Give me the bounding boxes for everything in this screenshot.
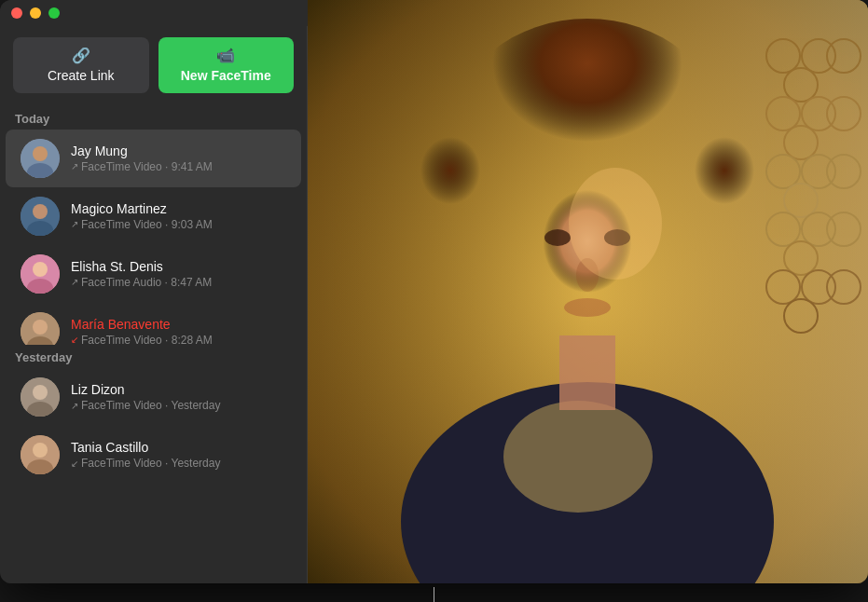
call-detail-tania: ↙ FaceTime Video · Yesterday: [71, 457, 286, 470]
incoming-arrow-tania: ↙: [71, 458, 78, 469]
svg-point-46: [544, 229, 571, 246]
minimize-button[interactable]: [30, 7, 41, 19]
svg-point-1: [33, 146, 48, 161]
outgoing-arrow-magico: ↗: [71, 219, 78, 229]
avatar-image-maria: [21, 312, 60, 345]
title-bar: [0, 0, 308, 26]
call-name-tania: Tania Castillo: [71, 440, 286, 455]
avatar-jay-mung: [21, 139, 60, 178]
svg-point-7: [33, 262, 48, 277]
close-button[interactable]: [11, 7, 22, 19]
yesterday-section-label: Yesterday: [0, 345, 307, 368]
svg-point-16: [33, 443, 48, 458]
avatar-image-jay: [21, 139, 60, 178]
call-detail-jay-mung: ↗ FaceTime Video · 9:41 AM: [71, 160, 286, 173]
create-link-label: Create Link: [48, 68, 115, 84]
today-section-label: Today: [0, 106, 307, 130]
photo-svg: [308, 0, 868, 583]
link-icon: 🔗: [72, 47, 90, 64]
video-icon: 📹: [216, 47, 235, 64]
call-name-jay-mung: Jay Mung: [71, 144, 286, 158]
avatar-liz-dizon: [21, 377, 60, 417]
maximize-button[interactable]: [48, 7, 60, 19]
yesterday-call-list: Liz Dizon ↗ FaceTime Video · Yesterday: [0, 368, 307, 583]
new-facetime-label: New FaceTime: [181, 68, 271, 84]
call-info-maria: María Benavente ↙ FaceTime Video · 8:28 …: [71, 317, 286, 345]
outgoing-arrow-elisha: ↗: [71, 277, 78, 287]
svg-point-4: [33, 204, 48, 219]
toolbar: 🔗 Create Link 📹 New FaceTime: [0, 26, 307, 106]
sidebar: 🔗 Create Link 📹 New FaceTime Today: [0, 0, 308, 583]
call-item-jay-mung[interactable]: Jay Mung ↗ FaceTime Video · 9:41 AM: [6, 130, 301, 187]
svg-point-51: [569, 168, 662, 280]
main-window: 🔗 Create Link 📹 New FaceTime Today: [0, 0, 868, 583]
avatar-magico-martinez: [21, 197, 60, 236]
call-detail-elisha: ↗ FaceTime Audio · 8:47 AM: [71, 276, 286, 289]
today-call-list: Jay Mung ↗ FaceTime Video · 9:41 AM: [0, 130, 307, 345]
avatar-maria-benavente: [21, 312, 60, 345]
call-info-jay-mung: Jay Mung ↗ FaceTime Video · 9:41 AM: [71, 144, 286, 173]
svg-point-49: [503, 401, 653, 513]
call-item-tania-castillo[interactable]: Tania Castillo ↙ FaceTime Video · Yester…: [6, 426, 301, 484]
call-detail-liz: ↗ FaceTime Video · Yesterday: [71, 399, 286, 412]
avatar-image-tania: [21, 435, 60, 474]
avatar-image-elisha: [21, 254, 60, 294]
call-name-elisha: Elisha St. Denis: [71, 259, 286, 274]
call-item-liz-dizon[interactable]: Liz Dizon ↗ FaceTime Video · Yesterday: [6, 368, 301, 426]
photo-background: [308, 0, 868, 583]
call-info-elisha: Elisha St. Denis ↗ FaceTime Audio · 8:47…: [71, 259, 286, 289]
svg-point-45: [564, 298, 611, 317]
callout-line: [434, 587, 434, 602]
call-item-maria-benavente[interactable]: María Benavente ↙ FaceTime Video · 8:28 …: [6, 303, 301, 345]
create-link-button[interactable]: 🔗 Create Link: [13, 37, 149, 93]
avatar-image-magico: [21, 197, 60, 236]
svg-point-10: [33, 320, 48, 335]
outgoing-arrow-liz: ↗: [71, 401, 78, 411]
missed-arrow-maria: ↙: [71, 335, 78, 345]
call-info-liz: Liz Dizon ↗ FaceTime Video · Yesterday: [71, 382, 286, 412]
call-name-maria: María Benavente: [71, 317, 286, 332]
call-item-magico-martinez[interactable]: Magico Martinez ↗ FaceTime Video · 9:03 …: [6, 187, 301, 245]
outgoing-arrow-jay: ↗: [71, 161, 78, 171]
svg-point-13: [33, 385, 48, 400]
svg-rect-50: [559, 335, 615, 410]
call-name-magico: Magico Martinez: [71, 201, 286, 216]
tooltip-callout: Senarai panggilan terbaharu: [349, 587, 518, 602]
main-photo-area: [308, 0, 868, 583]
new-facetime-button[interactable]: 📹 New FaceTime: [158, 37, 295, 93]
avatar-image-liz: [21, 377, 60, 417]
call-detail-magico: ↗ FaceTime Video · 9:03 AM: [71, 218, 286, 231]
call-info-magico: Magico Martinez ↗ FaceTime Video · 9:03 …: [71, 201, 286, 231]
call-item-elisha-st-denis[interactable]: Elisha St. Denis ↗ FaceTime Audio · 8:47…: [6, 245, 301, 303]
avatar-elisha-st-denis: [21, 254, 60, 294]
call-info-tania: Tania Castillo ↙ FaceTime Video · Yester…: [71, 440, 286, 470]
avatar-tania-castillo: [21, 435, 60, 474]
call-detail-maria: ↙ FaceTime Video · 8:28 AM: [71, 334, 286, 345]
call-name-liz: Liz Dizon: [71, 382, 286, 397]
tooltip-wrapper: Senarai panggilan terbaharu: [0, 583, 868, 602]
